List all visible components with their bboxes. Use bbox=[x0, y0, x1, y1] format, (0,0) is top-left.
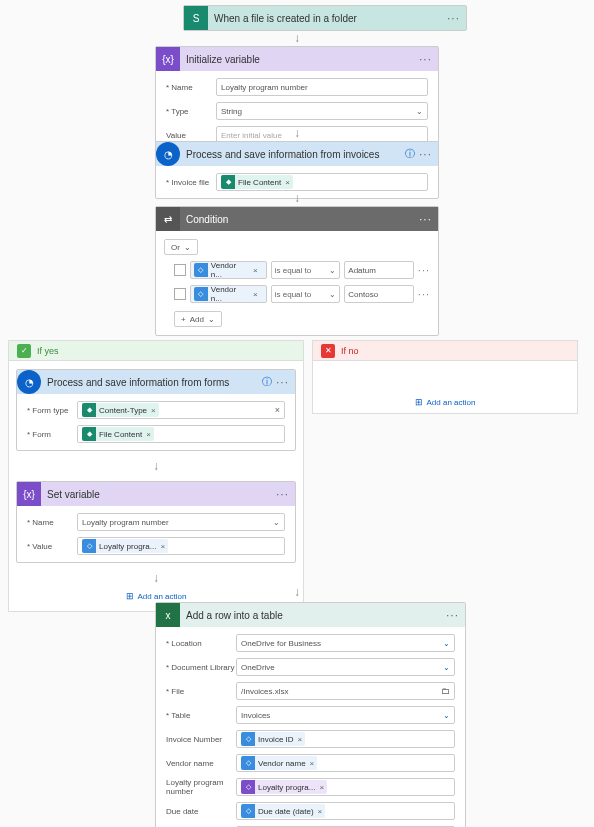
value-label: Value bbox=[27, 542, 77, 551]
file-content-chip[interactable]: ◆ File Content × bbox=[221, 175, 293, 189]
chip-icon: ◆ bbox=[82, 403, 96, 417]
remove-chip-icon[interactable]: × bbox=[310, 759, 315, 768]
row-menu-icon[interactable]: ··· bbox=[418, 288, 430, 300]
operator-select[interactable]: is equal to⌄ bbox=[271, 261, 341, 279]
init-type-row: Type String⌄ bbox=[156, 99, 438, 123]
setvar-value-row: Value ◇Loyalty progra...× bbox=[17, 534, 295, 558]
variable-icon: {x} bbox=[156, 47, 180, 71]
trigger-step[interactable]: S When a file is created in a folder ··· bbox=[183, 5, 467, 31]
condition-step[interactable]: ⇄ Condition ··· Or⌄ ◇Vendor n...× is equ… bbox=[155, 206, 439, 336]
if-yes-header: ✓ If yes bbox=[9, 341, 303, 361]
info-icon[interactable]: ⓘ bbox=[405, 147, 415, 161]
checkbox[interactable] bbox=[174, 264, 186, 276]
field-chip[interactable]: ◇Vendor name× bbox=[241, 756, 317, 770]
set-variable-step[interactable]: {x} Set variable ··· Name Loyalty progra… bbox=[16, 481, 296, 563]
file-picker[interactable]: /Invoices.xlsx🗀 bbox=[236, 682, 455, 700]
doclib-select[interactable]: OneDrive⌄ bbox=[236, 658, 455, 676]
set-variable-title: Set variable bbox=[47, 489, 276, 500]
ellipsis-icon[interactable]: ··· bbox=[276, 487, 289, 501]
set-variable-header: {x} Set variable ··· bbox=[17, 482, 295, 506]
condition-token[interactable]: ◇Vendor n...× bbox=[190, 261, 267, 279]
cross-icon: ✕ bbox=[321, 344, 335, 358]
operator-select[interactable]: is equal to⌄ bbox=[271, 285, 341, 303]
field-input[interactable]: ◇Invoice ID× bbox=[236, 730, 455, 748]
name-input[interactable]: Loyalty program number bbox=[216, 78, 428, 96]
chip-icon: ◇ bbox=[241, 780, 255, 794]
excel-icon: x bbox=[156, 603, 180, 627]
chip-icon: ◇ bbox=[82, 539, 96, 553]
condition-title: Condition bbox=[186, 214, 419, 225]
remove-chip-icon[interactable]: × bbox=[151, 406, 156, 415]
info-icon[interactable]: ⓘ bbox=[262, 375, 272, 389]
excel-add-row-step[interactable]: x Add a row into a table ··· Location On… bbox=[155, 602, 466, 827]
logic-select[interactable]: Or⌄ bbox=[164, 239, 198, 255]
ellipsis-icon[interactable]: ··· bbox=[446, 608, 459, 622]
remove-chip-icon[interactable]: × bbox=[146, 430, 151, 439]
setvar-name-row: Name Loyalty program number⌄ bbox=[17, 510, 295, 534]
table-select[interactable]: Invoices⌄ bbox=[236, 706, 455, 724]
field-input[interactable]: ◇Due date (date)× bbox=[236, 802, 455, 820]
trigger-title: When a file is created in a folder bbox=[214, 13, 447, 24]
sharepoint-icon: S bbox=[184, 6, 208, 30]
if-yes-title: If yes bbox=[37, 346, 59, 356]
value-input[interactable]: ◇Loyalty progra...× bbox=[77, 537, 285, 555]
condition-token[interactable]: ◇Vendor n...× bbox=[190, 285, 267, 303]
arrow-down-icon: ↓ bbox=[294, 126, 300, 140]
remove-chip-icon[interactable]: × bbox=[285, 178, 290, 187]
field-chip[interactable]: ◇Loyalty progra...× bbox=[241, 780, 327, 794]
excel-header: x Add a row into a table ··· bbox=[156, 603, 465, 627]
checkbox[interactable] bbox=[174, 288, 186, 300]
ellipsis-icon[interactable]: ··· bbox=[419, 147, 432, 161]
chip-icon: ◇ bbox=[241, 732, 255, 746]
chevron-down-icon: ⌄ bbox=[443, 663, 450, 672]
field-chip[interactable]: ◇Invoice ID× bbox=[241, 732, 305, 746]
field-label: Vendor name bbox=[166, 759, 236, 768]
init-variable-title: Initialize variable bbox=[186, 54, 419, 65]
form-label: Form bbox=[27, 430, 77, 439]
remove-chip-icon[interactable]: × bbox=[253, 266, 258, 275]
name-select[interactable]: Loyalty program number⌄ bbox=[77, 513, 285, 531]
chip-icon: ◇ bbox=[241, 804, 255, 818]
field-input[interactable]: ◇Loyalty progra...× bbox=[236, 778, 455, 796]
process-forms-step[interactable]: ◔ Process and save information from form… bbox=[16, 369, 296, 451]
condition-rows: ◇Vendor n...× is equal to⌄ Adatum ··· ◇V… bbox=[164, 261, 430, 303]
ellipsis-icon[interactable]: ··· bbox=[447, 11, 460, 25]
ellipsis-icon[interactable]: ··· bbox=[419, 212, 432, 226]
add-action-icon: ⊞ bbox=[415, 397, 423, 407]
ellipsis-icon[interactable]: ··· bbox=[276, 375, 289, 389]
form-input[interactable]: ◆File Content× bbox=[77, 425, 285, 443]
excel-field-row: Due date◇Due date (date)× bbox=[156, 799, 465, 823]
chevron-down-icon: ⌄ bbox=[184, 243, 191, 252]
excel-title: Add a row into a table bbox=[186, 610, 446, 621]
invoice-file-input[interactable]: ◆ File Content × bbox=[216, 173, 428, 191]
chevron-down-icon: ⌄ bbox=[443, 639, 450, 648]
field-label: Invoice Number bbox=[166, 735, 236, 744]
field-input[interactable]: ◇Vendor name× bbox=[236, 754, 455, 772]
location-row: Location OneDrive for Business⌄ bbox=[156, 631, 465, 655]
remove-chip-icon[interactable]: × bbox=[318, 807, 323, 816]
chip-icon: ◇ bbox=[194, 263, 208, 277]
remove-chip-icon[interactable]: × bbox=[298, 735, 303, 744]
type-select[interactable]: String⌄ bbox=[216, 102, 428, 120]
remove-chip-icon[interactable]: × bbox=[319, 783, 324, 792]
folder-icon[interactable]: 🗀 bbox=[441, 686, 450, 696]
add-action-link[interactable]: ⊞Add an action bbox=[313, 391, 577, 413]
add-condition-button[interactable]: + Add ⌄ bbox=[174, 311, 222, 327]
arrow-down-icon: ↓ bbox=[294, 31, 300, 45]
form-type-input[interactable]: ◆Content-Type× × bbox=[77, 401, 285, 419]
field-label: Loyalty program number bbox=[166, 778, 236, 796]
if-yes-branch: ✓ If yes ◔ Process and save information … bbox=[8, 340, 304, 612]
field-chip[interactable]: ◇Due date (date)× bbox=[241, 804, 325, 818]
value-input[interactable]: Contoso bbox=[344, 285, 414, 303]
form-row: Form ◆File Content× bbox=[17, 422, 295, 446]
remove-chip-icon[interactable]: × bbox=[253, 290, 258, 299]
remove-chip-icon[interactable]: × bbox=[160, 542, 165, 551]
value-input[interactable]: Adatum bbox=[344, 261, 414, 279]
location-select[interactable]: OneDrive for Business⌄ bbox=[236, 634, 455, 652]
condition-header: ⇄ Condition ··· bbox=[156, 207, 438, 231]
ellipsis-icon[interactable]: ··· bbox=[419, 52, 432, 66]
doclib-row: Document Library OneDrive⌄ bbox=[156, 655, 465, 679]
excel-field-row: Loyalty program number◇Loyalty progra...… bbox=[156, 775, 465, 799]
row-menu-icon[interactable]: ··· bbox=[418, 264, 430, 276]
clear-icon[interactable]: × bbox=[275, 405, 280, 415]
